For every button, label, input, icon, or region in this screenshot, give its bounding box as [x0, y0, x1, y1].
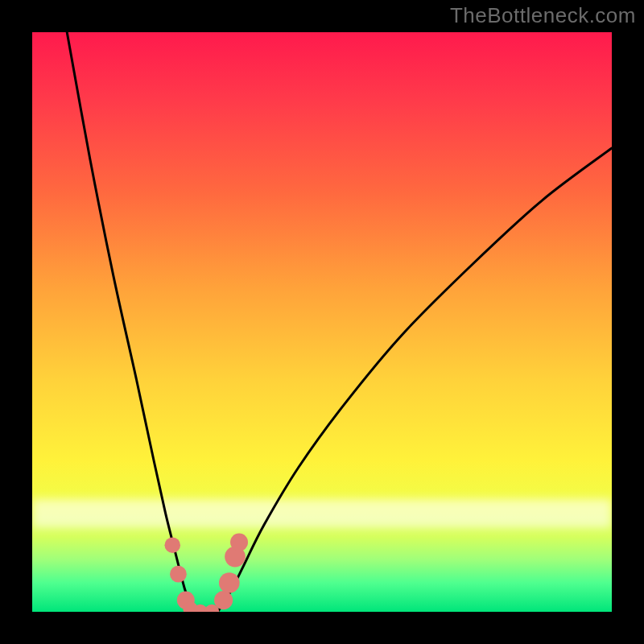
data-dot: [214, 591, 233, 609]
left-branch-curve: [67, 32, 194, 612]
right-branch-curve: [217, 148, 612, 612]
curve-layer: [32, 32, 612, 612]
chart-frame: TheBottleneck.com: [0, 0, 644, 644]
data-dot: [164, 537, 180, 553]
watermark-text: TheBottleneck.com: [450, 3, 636, 28]
data-dots: [164, 534, 248, 612]
plot-area: [32, 32, 612, 612]
data-dot: [219, 572, 240, 593]
data-dot: [230, 534, 248, 551]
data-dot: [170, 566, 187, 583]
